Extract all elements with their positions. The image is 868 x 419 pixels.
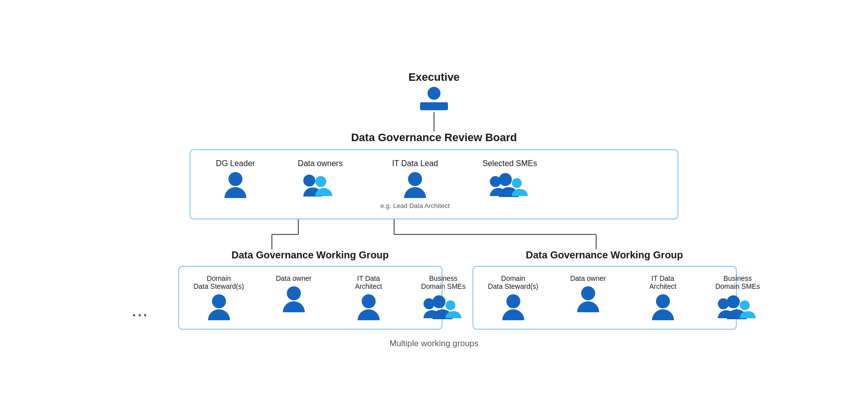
it-data-lead-icon xyxy=(404,172,426,198)
biz-smes-2-card: Business Domain SMEs xyxy=(708,274,768,321)
wg-left-box: Domain Data Steward(s) Data owner IT Dat… xyxy=(178,266,442,330)
dgrb-to-wg-connectors xyxy=(110,219,758,249)
domain-steward-1-icon xyxy=(208,294,230,320)
dgrb-label: Data Governance Review Board xyxy=(351,131,517,144)
biz-smes-2-icon xyxy=(718,294,758,321)
working-groups-row: ... Data Governance Working Group Domain… xyxy=(110,249,758,330)
domain-steward-2-card: Domain Data Steward(s) xyxy=(483,274,543,320)
it-data-lead-sublabel: e.g. Lead Data Architect xyxy=(381,202,450,210)
data-owners-label: Data owners xyxy=(298,159,343,168)
dg-leader-icon xyxy=(224,172,246,198)
it-data-lead-card: IT Data Lead e.g. Lead Data Architect xyxy=(375,159,455,210)
domain-steward-1-label: Domain Data Steward(s) xyxy=(194,274,244,290)
it-data-arch-1-icon xyxy=(358,294,380,320)
domain-steward-2-icon xyxy=(502,294,524,320)
it-data-arch-2-label: IT Data Architect xyxy=(649,274,676,290)
data-owner-1-icon xyxy=(283,286,305,312)
it-data-arch-1-card: IT Data Architect xyxy=(339,274,399,320)
wg-left-label: Data Governance Working Group xyxy=(231,249,389,261)
footer-label: Multiple working groups xyxy=(390,339,479,349)
dg-leader-label: DG Leader xyxy=(216,159,255,168)
biz-smes-1-label: Business Domain SMEs xyxy=(421,274,465,290)
it-data-lead-label: IT Data Lead xyxy=(392,159,438,168)
domain-steward-1-card: Domain Data Steward(s) xyxy=(189,274,249,320)
data-owners-icon xyxy=(303,172,337,198)
data-owner-1-card: Data owner xyxy=(264,274,324,312)
biz-smes-1-icon xyxy=(424,294,463,321)
wg-right-section: Data Governance Working Group Domain Dat… xyxy=(472,249,737,330)
data-owners-icon-front xyxy=(315,176,332,196)
data-owner-1-label: Data owner xyxy=(276,274,312,282)
selected-smes-label: Selected SMEs xyxy=(482,159,537,168)
exec-to-dgrb-connector xyxy=(434,112,434,131)
data-owner-2-icon xyxy=(577,286,599,312)
data-owners-card: Data owners xyxy=(290,159,350,198)
data-owner-2-label: Data owner xyxy=(570,274,606,282)
biz-smes-1-card: Business Domain SMEs xyxy=(414,274,473,321)
dgrb-section: Data Governance Review Board DG Leader D… xyxy=(190,131,678,219)
multiple-wg-label: Multiple working groups xyxy=(390,339,479,348)
domain-steward-2-label: Domain Data Steward(s) xyxy=(488,274,538,290)
dg-leader-card: DG Leader xyxy=(206,159,265,198)
data-owner-2-card: Data owner xyxy=(558,274,618,312)
dots: ... xyxy=(131,258,148,321)
it-data-arch-2-icon xyxy=(652,294,674,320)
wg-left-section: Data Governance Working Group Domain Dat… xyxy=(178,249,442,330)
dgrb-box: DG Leader Data owners xyxy=(190,149,678,219)
wg-right-label: Data Governance Working Group xyxy=(526,249,683,261)
connector-svg xyxy=(110,219,758,249)
biz-smes-2-label: Business Domain SMEs xyxy=(715,274,760,290)
selected-smes-card: Selected SMEs xyxy=(480,159,540,199)
selected-smes-icon xyxy=(490,172,530,199)
executive-node: Executive xyxy=(409,71,460,110)
wg-right-box: Domain Data Steward(s) Data owner IT Dat… xyxy=(472,266,737,330)
it-data-arch-1-label: IT Data Architect xyxy=(355,274,382,290)
executive-label: Executive xyxy=(409,71,460,84)
it-data-arch-2-card: IT Data Architect xyxy=(633,274,693,320)
org-chart: Executive Data Governance Review Board D… xyxy=(85,71,783,349)
executive-icon xyxy=(420,87,448,110)
